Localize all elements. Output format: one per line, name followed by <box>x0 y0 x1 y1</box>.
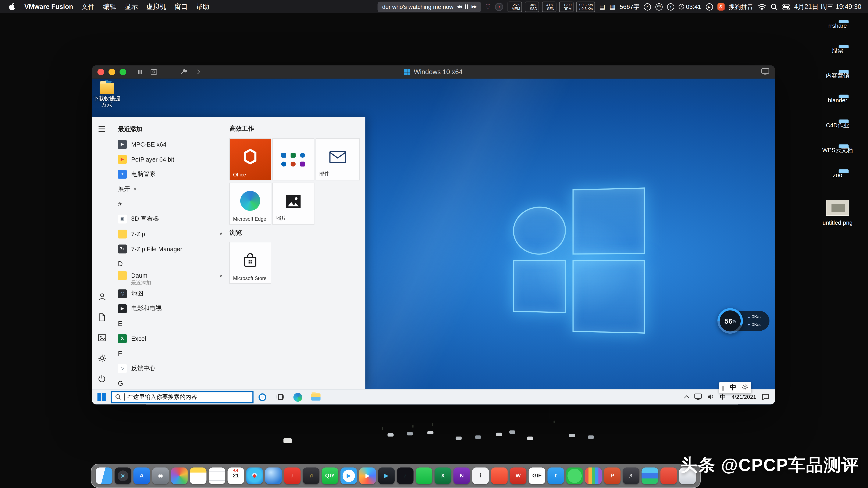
dock-youku[interactable]: ▶ <box>341 467 357 484</box>
tile-office-apps[interactable] <box>273 139 314 180</box>
tray-clock[interactable]: 4/21/2021 <box>732 394 756 400</box>
desktop-folder-wps-cloud[interactable]: WPS云文档 <box>815 147 860 153</box>
menubar-datetime[interactable]: 4月21日 周三 19:49:30 <box>794 2 862 11</box>
dock-launchpad[interactable] <box>171 467 188 484</box>
dock-green-chat[interactable] <box>566 467 583 484</box>
pause-icon[interactable] <box>465 4 468 9</box>
ime-toolbar[interactable]: ∥ 中 <box>719 382 751 393</box>
dock-red-tile-app[interactable] <box>660 467 677 484</box>
chevron-down-icon[interactable]: ∨ <box>133 186 137 192</box>
speed-monitor-widget[interactable]: 56% ▲0K/s ▼0K/s <box>721 311 770 331</box>
dock-color-meter[interactable] <box>585 467 601 484</box>
tile-office[interactable]: Office <box>230 139 271 180</box>
start-app-maps[interactable]: ◎ 地图 <box>112 286 227 301</box>
dock-safari[interactable]: ◆ <box>246 467 263 484</box>
expand-toolbar-icon[interactable] <box>195 70 200 74</box>
start-app-pc-manager[interactable]: + 电脑管家 <box>112 166 227 182</box>
dock-wechat[interactable] <box>416 467 432 484</box>
dock-iqiyi[interactable]: QIY <box>322 467 338 484</box>
user-avatar-icon[interactable] <box>96 291 107 302</box>
usage-gauge[interactable]: 56% <box>717 308 743 334</box>
ime-mode-button[interactable]: 中 <box>730 383 736 392</box>
dock-red-tool[interactable] <box>491 467 507 484</box>
edge-taskbar-button[interactable] <box>289 392 307 401</box>
desktop-file-untitled-png[interactable]: untitled.png <box>815 196 860 226</box>
favorite-heart-icon[interactable]: ♡ <box>485 3 491 10</box>
settings-wrench-icon[interactable] <box>181 67 187 77</box>
chevron-down-icon[interactable]: ∨ <box>219 231 222 236</box>
menubar-menu[interactable]: 文件 <box>82 2 95 11</box>
start-menu-row[interactable]: 最近添加 <box>112 122 227 137</box>
documents-icon[interactable] <box>96 312 107 323</box>
menubar-menu[interactable]: 显示 <box>125 2 138 11</box>
dock-qq-music[interactable]: ♫ <box>303 467 319 484</box>
dock-app-store[interactable]: A <box>133 467 150 484</box>
next-track-icon[interactable]: ▶▶ <box>471 4 476 9</box>
start-app-7zip-fm[interactable]: 7z 7-Zip File Manager <box>112 241 227 256</box>
dock-info-app[interactable]: i <box>472 467 489 484</box>
dock-gif-app[interactable]: GIF <box>529 467 545 484</box>
stat-chip[interactable]: 1200 RPM <box>559 1 574 12</box>
upload-circle-icon[interactable]: ↑ <box>667 3 674 10</box>
tray-ime-indicator[interactable]: 中 <box>720 393 726 401</box>
dock-calendar[interactable]: 4月 21 <box>227 467 244 484</box>
dock-music-app[interactable]: ♬ <box>623 467 639 484</box>
start-app-feedback-hub[interactable]: ☺ 反馈中心 <box>112 361 227 376</box>
tray-expand-icon[interactable] <box>684 395 689 400</box>
chevron-down-icon[interactable]: ∨ <box>219 273 222 278</box>
dock-powerpoint[interactable]: P <box>604 467 620 484</box>
play-circle-icon[interactable]: ▶ <box>706 3 713 10</box>
pictures-icon[interactable] <box>96 332 107 343</box>
start-menu-row[interactable]: G <box>112 376 227 389</box>
ime-name[interactable]: 搜狗拼音 <box>729 3 753 11</box>
start-app-excel[interactable]: X Excel <box>112 331 227 346</box>
document-status-icon[interactable]: ▤ <box>599 3 605 10</box>
desktop-folder-content-marketing[interactable]: 内容营销 <box>815 72 860 78</box>
wifi-icon[interactable] <box>757 3 766 10</box>
taskbar-search-box[interactable]: 在这里输入你要搜索的内容 <box>111 391 253 403</box>
dock-tencent-video[interactable]: ▶ <box>359 467 376 484</box>
dock-notes[interactable] <box>190 467 207 484</box>
start-app-mpc-be[interactable]: ▶ MPC-BE x64 <box>112 137 227 152</box>
start-menu-row[interactable]: E <box>112 316 227 331</box>
file-explorer-button[interactable] <box>307 393 324 400</box>
status-circle-icon[interactable]: ✓ <box>644 3 651 10</box>
cortana-button[interactable] <box>253 393 271 401</box>
desktop-folder-zoo[interactable]: zoo <box>815 171 860 178</box>
dock-word-red[interactable]: W <box>510 467 526 484</box>
menubar-app-name[interactable]: VMware Fusion <box>24 3 73 10</box>
dock-onenote[interactable]: N <box>453 467 470 484</box>
close-window-button[interactable] <box>97 69 104 75</box>
stat-chip[interactable]: 41°C SEN <box>542 1 557 12</box>
dock-netease-music[interactable]: ♪ <box>284 467 301 484</box>
dock-screenshot[interactable]: ◉ <box>152 467 169 484</box>
tile-photos[interactable]: 照片 <box>273 183 314 224</box>
menubar-menu[interactable]: 虚拟机 <box>146 2 166 11</box>
ime-settings-gear-icon[interactable] <box>742 383 748 392</box>
dock-blue-orb-app[interactable] <box>265 467 282 484</box>
menubar-menu[interactable]: 帮助 <box>196 2 209 11</box>
desktop-folder-rrshare[interactable]: rrshare <box>815 22 860 29</box>
tray-volume-icon[interactable] <box>707 393 714 401</box>
dock-player-dark[interactable]: ▶ <box>378 467 395 484</box>
vmware-titlebar[interactable]: Windows 10 x64 <box>92 65 775 78</box>
hamburger-menu-icon[interactable] <box>96 124 107 134</box>
power-icon[interactable] <box>96 373 107 384</box>
display-mode-icon[interactable] <box>761 67 770 77</box>
previous-track-icon[interactable]: ◀◀ <box>457 4 462 9</box>
window-grid-icon[interactable]: ▦ <box>610 3 615 10</box>
dock-textedit[interactable] <box>209 467 225 484</box>
desktop-folder-c4d-homework[interactable]: C4D作业 <box>815 122 860 128</box>
suspend-vm-icon[interactable] <box>138 70 142 74</box>
start-menu-row[interactable]: # <box>112 196 227 212</box>
spotlight-search-icon[interactable] <box>770 3 777 10</box>
menubar-menu[interactable]: 编辑 <box>103 2 116 11</box>
task-view-button[interactable] <box>271 393 289 400</box>
music-app-icon[interactable]: ♪ <box>495 3 503 11</box>
desktop-folder-blander[interactable]: blander <box>815 97 860 103</box>
settings-gear-icon[interactable] <box>96 352 107 363</box>
win-downloads-shortcut[interactable]: 下载 - 快捷方式 <box>92 78 122 107</box>
stat-chip[interactable]: 25% MEM <box>508 1 522 12</box>
tile-mail[interactable]: 邮件 <box>316 139 360 180</box>
snapshot-icon[interactable] <box>151 67 157 77</box>
